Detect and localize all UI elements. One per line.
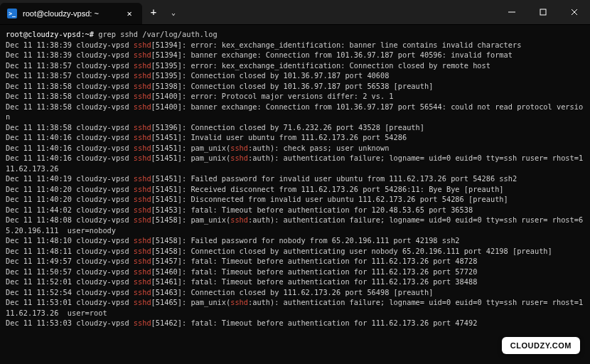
log-line: Dec 11 11:38:58 cloudzy-vpsd sshd[51396]… xyxy=(6,122,584,133)
process-name: sshd xyxy=(134,41,151,49)
process-name: sshd xyxy=(134,154,151,162)
process-name: sshd xyxy=(134,298,151,306)
log-line: Dec 11 11:52:54 cloudzy-vpsd sshd[51463]… xyxy=(6,287,584,298)
new-tab-button[interactable]: + xyxy=(142,0,165,24)
process-name: sshd xyxy=(134,123,151,132)
prompt-symbol: # xyxy=(90,30,98,38)
log-line: Dec 11 11:38:58 cloudzy-vpsd sshd[51400]… xyxy=(6,102,584,122)
process-name: sshd xyxy=(134,195,151,203)
terminal-tab[interactable]: >_ root@cloudzy-vpsd: ~ ✕ xyxy=(0,3,142,24)
log-line: Dec 11 11:48:11 cloudzy-vpsd sshd[51458]… xyxy=(6,246,584,257)
process-name: sshd xyxy=(134,247,151,255)
prompt-user-host: root@cloudzy-vpsd xyxy=(6,30,80,38)
log-line: Dec 11 11:40:20 cloudzy-vpsd sshd[51451]… xyxy=(6,184,584,195)
log-line: Dec 11 11:40:16 cloudzy-vpsd sshd[51451]… xyxy=(6,153,584,173)
process-name: sshd xyxy=(134,71,151,80)
prompt-line: root@cloudzy-vpsd:~# grep sshd /var/log/… xyxy=(6,29,584,40)
process-name: sshd xyxy=(134,318,151,327)
log-line: Dec 11 11:38:57 cloudzy-vpsd sshd[51395]… xyxy=(6,70,584,81)
log-line: Dec 11 11:52:01 cloudzy-vpsd sshd[51461]… xyxy=(6,277,584,287)
process-name: sshd xyxy=(134,133,151,141)
powershell-icon: >_ xyxy=(7,9,17,18)
process-name: sshd xyxy=(134,102,151,111)
minimize-button[interactable] xyxy=(496,0,527,24)
process-name: sshd xyxy=(134,82,151,90)
process-name: sshd xyxy=(134,277,151,286)
process-name: sshd xyxy=(134,50,151,59)
log-line: Dec 11 11:53:03 cloudzy-vpsd sshd[51462]… xyxy=(6,318,584,328)
process-name: sshd xyxy=(134,174,151,183)
log-line: Dec 11 11:38:58 cloudzy-vpsd sshd[51400]… xyxy=(6,91,584,102)
log-line: Dec 11 11:38:39 cloudzy-vpsd sshd[51394]… xyxy=(6,40,584,50)
log-line: Dec 11 11:48:10 cloudzy-vpsd sshd[51458]… xyxy=(6,235,584,246)
window-titlebar: >_ root@cloudzy-vpsd: ~ ✕ + ⌄ xyxy=(0,0,590,25)
log-line: Dec 11 11:38:39 cloudzy-vpsd sshd[51394]… xyxy=(6,50,584,60)
maximize-button[interactable] xyxy=(527,0,559,24)
close-window-button[interactable] xyxy=(559,0,590,24)
log-line: Dec 11 11:40:19 cloudzy-vpsd sshd[51451]… xyxy=(6,173,584,184)
log-line: Dec 11 11:49:57 cloudzy-vpsd sshd[51457]… xyxy=(6,256,584,267)
process-name: sshd xyxy=(134,257,151,265)
log-line: Dec 11 11:38:58 cloudzy-vpsd sshd[51398]… xyxy=(6,81,584,92)
log-line: Dec 11 11:44:02 cloudzy-vpsd sshd[51453]… xyxy=(6,205,584,215)
log-line: Dec 11 11:40:16 cloudzy-vpsd sshd[51451]… xyxy=(6,132,584,143)
tab-title: root@cloudzy-vpsd: ~ xyxy=(23,9,118,18)
log-line: Dec 11 11:38:57 cloudzy-vpsd sshd[51395]… xyxy=(6,60,584,71)
titlebar-drag-area[interactable] xyxy=(182,0,496,24)
process-name: sshd xyxy=(134,267,151,276)
log-line: Dec 11 11:53:01 cloudzy-vpsd sshd[51465]… xyxy=(6,297,584,318)
process-name: sshd xyxy=(134,215,151,224)
log-line: Dec 11 11:40:16 cloudzy-vpsd sshd[51451]… xyxy=(6,143,584,154)
command-text: grep sshd /var/log/auth.log xyxy=(98,30,217,38)
svg-rect-1 xyxy=(540,9,546,15)
process-name: sshd xyxy=(134,185,151,193)
process-name: sshd xyxy=(134,288,151,296)
log-line: Dec 11 11:40:20 cloudzy-vpsd sshd[51451]… xyxy=(6,194,584,205)
process-name: sshd xyxy=(134,236,151,245)
log-line: Dec 11 11:48:08 cloudzy-vpsd sshd[51458]… xyxy=(6,215,584,235)
tab-dropdown-button[interactable]: ⌄ xyxy=(165,0,182,24)
close-tab-button[interactable]: ✕ xyxy=(124,8,135,19)
process-name: sshd xyxy=(134,92,151,100)
terminal-output[interactable]: root@cloudzy-vpsd:~# grep sshd /var/log/… xyxy=(0,25,590,334)
process-name: sshd xyxy=(134,144,151,152)
process-name: sshd xyxy=(134,61,151,70)
log-line: Dec 11 11:50:57 cloudzy-vpsd sshd[51460]… xyxy=(6,267,584,277)
process-name: sshd xyxy=(134,205,151,214)
watermark-badge: CLOUDZY.COM xyxy=(502,337,580,354)
